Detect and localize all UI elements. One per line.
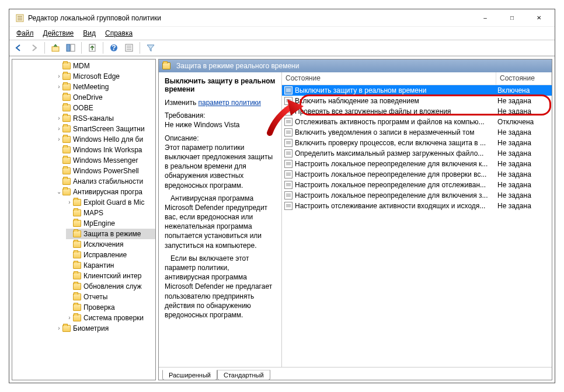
tree-item[interactable]: Анализ стабильности (55, 176, 155, 187)
folder-icon (73, 304, 81, 311)
edit-policy-link[interactable]: параметр политики (198, 99, 260, 107)
policy-name: Определить максимальный размер загруженн… (295, 149, 494, 158)
policy-state: Отключена (494, 118, 549, 126)
tree-item[interactable]: Windows Messenger (55, 155, 155, 166)
tree-item[interactable]: ›RSS-каналы (55, 113, 155, 124)
policy-row[interactable]: Включить наблюдение за поведениемНе зада… (282, 96, 552, 106)
policy-row[interactable]: Проверять все загруженные файлы и вложен… (282, 106, 552, 117)
expand-icon[interactable]: › (66, 197, 73, 208)
menu-view[interactable]: Вид (79, 28, 99, 38)
folder-icon (73, 272, 81, 279)
filter-button[interactable] (144, 41, 158, 55)
policy-row[interactable]: Настроить локальное переопределение для … (282, 180, 552, 190)
svg-rect-5 (67, 44, 70, 51)
folder-icon (62, 136, 71, 143)
expand-icon[interactable]: › (55, 134, 62, 145)
policy-row[interactable]: Определить максимальный размер загруженн… (282, 148, 552, 159)
folder-icon (73, 230, 81, 237)
show-tree-button[interactable] (64, 41, 78, 55)
expand-icon[interactable]: › (55, 323, 62, 334)
properties-button[interactable] (122, 41, 136, 55)
tree-item[interactable]: Windows Ink Workspa (55, 145, 155, 155)
tree-item[interactable]: Windows PowerShell (55, 166, 155, 176)
back-button[interactable] (12, 41, 26, 55)
tree-item[interactable]: MpEngine (66, 218, 155, 229)
policy-row[interactable]: Настроить локальное переопределение для … (282, 169, 552, 180)
tree-item[interactable]: Исправление (66, 250, 155, 260)
tree-pane[interactable]: MDM›Microsoft Edge›NetMeetingOneDriveOOB… (12, 59, 156, 380)
expand-icon[interactable]: › (55, 124, 62, 134)
policy-icon (284, 128, 293, 136)
menu-help[interactable]: Справка (102, 28, 136, 38)
folder-icon (73, 220, 81, 227)
policy-name: Настроить локальное переопределение для … (295, 181, 494, 189)
folder-icon (73, 262, 81, 269)
tree-item-label: Защита в режиме (83, 229, 141, 239)
tree-item[interactable]: ›Биометрия (55, 323, 155, 334)
policy-icon (284, 191, 293, 200)
menu-action[interactable]: Действие (40, 28, 78, 38)
policy-state: Не задана (494, 191, 549, 200)
up-button[interactable] (48, 41, 62, 55)
tree-item[interactable]: MAPS (66, 208, 155, 218)
tree-item[interactable]: OneDrive (55, 92, 155, 103)
menu-file[interactable]: Файл (13, 28, 37, 38)
forward-button[interactable] (27, 41, 41, 55)
export-button[interactable] (85, 41, 99, 55)
tree-item[interactable]: Карантин (66, 260, 155, 271)
tree-item-label: Windows Hello для би (73, 134, 143, 145)
folder-icon (62, 94, 71, 101)
expand-icon[interactable]: › (55, 71, 62, 82)
tree-item[interactable]: ›SmartScreen Защитни (55, 124, 155, 134)
menubar: Файл Действие Вид Справка (9, 27, 555, 40)
policy-row[interactable]: Выключить защиту в реальном времениВключ… (282, 85, 552, 96)
col-header-state[interactable]: Состояние (496, 72, 552, 85)
tree-item-label: MDM (73, 61, 90, 71)
tree-item[interactable]: ›Microsoft Edge (55, 71, 155, 82)
folder-icon (62, 115, 71, 122)
tree-item[interactable]: ›Windows Hello для би (55, 134, 155, 145)
minimize-button[interactable]: – (472, 9, 499, 27)
policy-row[interactable]: Отслеживать активность программ и файлов… (282, 117, 552, 127)
folder-icon (62, 62, 71, 69)
help-button[interactable]: ? (107, 41, 121, 55)
policy-row[interactable]: Настроить локальное переопределение для … (282, 159, 552, 169)
tree-item-label: OOBE (73, 103, 93, 113)
tree-item[interactable]: ⌄Антивирусная програ (55, 187, 155, 197)
policy-row[interactable]: Настроить отслеживание активности входящ… (282, 201, 552, 211)
policy-name: Настроить локальное переопределение для … (295, 170, 494, 178)
policy-row[interactable]: Настроить локальное переопределение для … (282, 190, 552, 201)
tab-standard[interactable]: Стандартный (217, 370, 270, 380)
tree-item[interactable]: ›Exploit Guard в Mic (66, 197, 155, 208)
maximize-button[interactable]: □ (499, 9, 525, 27)
tree-item[interactable]: ›NetMeeting (55, 82, 155, 92)
tree-item[interactable]: Отчеты (66, 292, 155, 302)
tree-item[interactable]: ›Система проверки (66, 313, 155, 323)
list-rows[interactable]: Выключить защиту в реальном времениВключ… (282, 85, 552, 367)
tree-item[interactable]: Проверка (66, 302, 155, 313)
close-button[interactable]: ✕ (525, 9, 552, 27)
policy-row[interactable]: Включить проверку процессов, если включе… (282, 138, 552, 148)
tree-item[interactable]: Обновления служ (66, 281, 155, 292)
expand-icon[interactable]: › (55, 82, 62, 92)
tree-item-label: Windows PowerShell (73, 166, 139, 176)
col-header-name[interactable]: Состояние (282, 72, 496, 85)
tree-item-label: Клиентский интер (83, 271, 141, 281)
policy-row[interactable]: Включить уведомления о записи в неразмеч… (282, 127, 552, 138)
tab-extended[interactable]: Расширенный (162, 370, 217, 380)
tree-item[interactable]: MDM (55, 61, 155, 71)
svg-text:?: ? (112, 44, 116, 52)
folder-icon (162, 62, 170, 69)
folder-icon (62, 83, 71, 90)
tree-item-label: Windows Ink Workspa (73, 145, 142, 155)
expand-icon[interactable]: › (55, 113, 62, 124)
tree-item[interactable]: Защита в режиме (66, 229, 155, 239)
tree-item[interactable]: Исключения (66, 239, 155, 250)
policy-name: Проверять все загруженные файлы и вложен… (295, 107, 494, 116)
expand-icon[interactable]: › (66, 313, 73, 323)
collapse-icon[interactable]: ⌄ (55, 187, 62, 197)
list-header[interactable]: Состояние Состояние (282, 72, 552, 85)
tree-item-label: SmartScreen Защитни (73, 124, 145, 134)
tree-item[interactable]: Клиентский интер (66, 271, 155, 281)
tree-item[interactable]: OOBE (55, 103, 155, 113)
